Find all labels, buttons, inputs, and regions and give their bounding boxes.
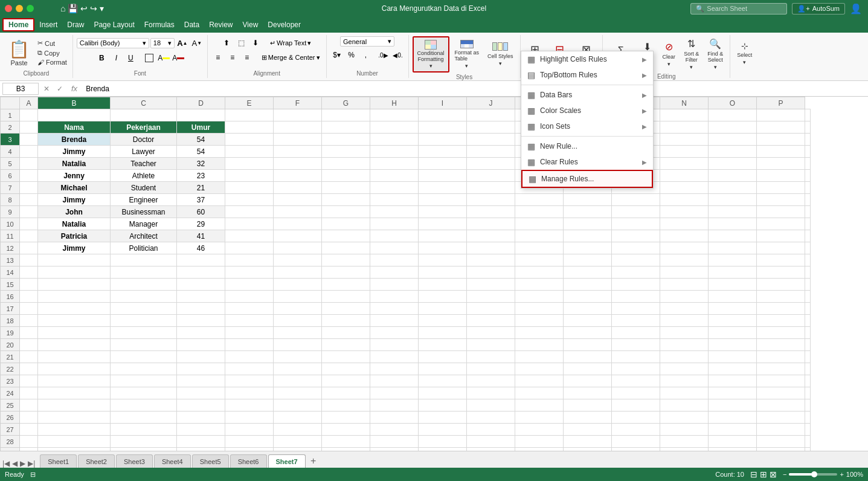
cell[interactable] [419,242,467,254]
cell[interactable] [225,254,274,266]
cell[interactable]: 23 [177,170,225,182]
cell[interactable] [225,375,274,387]
cell[interactable] [225,242,274,254]
cell[interactable] [177,375,225,387]
cell[interactable] [660,230,709,242]
row-header-21[interactable]: 21 [1,351,20,363]
cell[interactable] [515,399,564,412]
cell[interactable] [805,399,811,412]
cell[interactable] [177,315,225,327]
cell[interactable] [20,291,38,303]
cell[interactable] [660,327,709,339]
cell[interactable] [757,218,805,230]
cell[interactable] [467,194,515,206]
cell[interactable] [757,206,805,218]
cell[interactable] [370,242,419,254]
row-header-23[interactable]: 23 [1,375,20,387]
cell[interactable] [419,339,467,351]
cell[interactable] [660,363,709,375]
cell[interactable] [419,158,467,170]
cell[interactable] [370,363,419,375]
cell[interactable] [322,303,370,315]
cell[interactable] [274,412,322,424]
cell[interactable] [515,327,564,339]
cell[interactable] [515,291,564,303]
cell[interactable] [322,387,370,399]
col-header-D[interactable]: D [177,97,225,109]
paste-button[interactable]: 📋 Paste [4,37,34,69]
border-button[interactable] [143,51,156,65]
cell[interactable] [370,158,419,170]
cell[interactable] [370,266,419,279]
cell[interactable] [225,315,274,327]
menu-insert[interactable]: Insert [34,19,62,30]
cell[interactable] [20,399,38,412]
cell[interactable] [419,412,467,424]
cell[interactable] [370,291,419,303]
cell[interactable] [660,109,709,121]
cell[interactable] [709,170,757,182]
cell[interactable]: 46 [177,242,225,254]
row-header-3[interactable]: 3 [1,134,20,146]
cell[interactable] [467,327,515,339]
cell[interactable] [467,134,515,146]
cell[interactable] [805,363,811,375]
cell[interactable] [20,315,38,327]
cell[interactable] [370,218,419,230]
cell[interactable] [564,194,612,206]
cell[interactable] [709,375,757,387]
minimize-button[interactable] [16,5,23,12]
cell[interactable] [660,242,709,254]
cell[interactable] [757,351,805,363]
cell[interactable]: Patricia [38,230,111,242]
cell[interactable] [225,399,274,412]
underline-button[interactable]: U [124,51,137,65]
col-header-F[interactable]: F [274,97,322,109]
cell[interactable] [177,436,225,448]
tab-sheet7[interactable]: Sheet7 [268,454,306,468]
cell[interactable] [322,327,370,339]
cell[interactable] [177,327,225,339]
cell[interactable] [709,158,757,170]
cell[interactable]: 29 [177,218,225,230]
cut-button[interactable]: ✂ Cut [36,39,69,48]
cell[interactable]: Athlete [111,170,177,182]
cell[interactable] [805,170,811,182]
cell[interactable] [515,194,564,206]
cell[interactable] [225,291,274,303]
row-header-27[interactable]: 27 [1,424,20,436]
cell[interactable] [177,266,225,279]
cell[interactable] [612,412,660,424]
cell[interactable] [20,279,38,291]
cell[interactable] [757,436,805,448]
cell[interactable] [225,230,274,242]
cell[interactable] [20,254,38,266]
cell[interactable] [612,387,660,399]
cell[interactable] [805,387,811,399]
cell[interactable] [370,194,419,206]
cell[interactable] [515,448,564,451]
cell[interactable] [111,351,177,363]
select-button[interactable]: ⊹ Select ▾ [734,36,755,70]
cell[interactable] [274,158,322,170]
cell[interactable] [612,266,660,279]
cell[interactable]: 37 [177,194,225,206]
cell[interactable]: Architect [111,230,177,242]
cell[interactable] [370,170,419,182]
cell[interactable] [274,436,322,448]
cell[interactable] [515,436,564,448]
cell[interactable] [757,327,805,339]
cell[interactable] [322,375,370,387]
cell[interactable] [709,254,757,266]
row-header-19[interactable]: 19 [1,327,20,339]
cell[interactable] [564,351,612,363]
cell[interactable] [322,218,370,230]
cell[interactable] [467,291,515,303]
cell[interactable] [419,279,467,291]
cell[interactable] [111,363,177,375]
nav-prev[interactable]: ◀ [12,459,18,468]
cell[interactable] [20,436,38,448]
cell[interactable] [274,242,322,254]
cell[interactable] [757,339,805,351]
cell[interactable] [274,351,322,363]
